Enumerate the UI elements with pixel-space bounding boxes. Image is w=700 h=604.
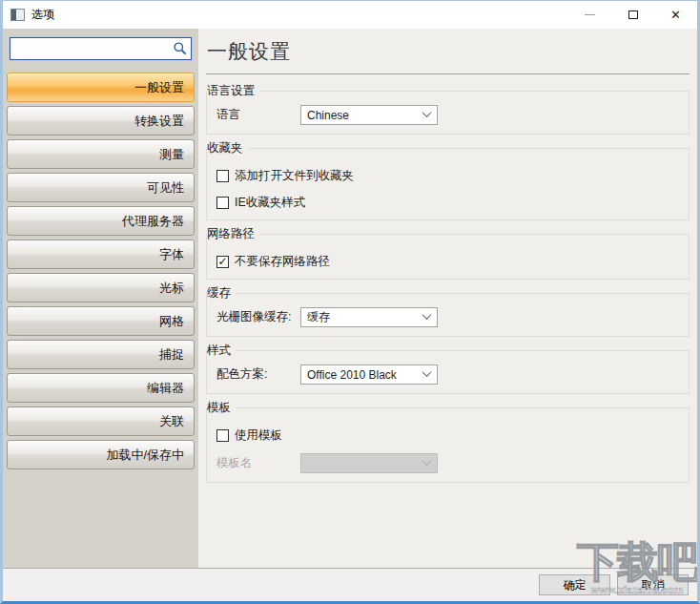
window-controls: ✕ — [568, 1, 697, 29]
group-language-settings: 语言设置 语言 Chinese — [206, 83, 690, 135]
search-box — [10, 37, 192, 60]
title-divider — [206, 73, 690, 74]
close-button[interactable]: ✕ — [654, 1, 697, 29]
footer-bar: 确定 取消 — [3, 568, 697, 601]
group-title: 语言设置 — [207, 83, 259, 99]
group-template: 模板 ✓ 使用模板 模板名 — [206, 400, 690, 483]
group-favorites: 收藏夹 ✓ 添加打开文件到收藏夹 ✓ IE收藏夹样式 — [206, 140, 690, 220]
group-network-path: 网络路径 ✓ 不要保存网络路径 — [206, 226, 690, 280]
sidebar-item-visibility[interactable]: 可见性 — [7, 173, 195, 202]
maximize-icon — [628, 10, 638, 19]
checkbox-label: IE收藏夹样式 — [235, 195, 305, 211]
language-row: 语言 Chinese — [216, 105, 679, 125]
group-title: 收藏夹 — [207, 140, 248, 156]
group-title: 网络路径 — [207, 226, 259, 242]
checkbox-label: 使用模板 — [235, 427, 282, 444]
options-dialog: 选项 ✕ 一般设置 转换设置 测量 可见性 代理服务器 — [0, 0, 700, 604]
minimize-button[interactable] — [568, 1, 611, 29]
color-scheme-select[interactable]: Office 2010 Black — [300, 364, 438, 385]
checkbox-box[interactable]: ✓ — [216, 256, 229, 268]
sidebar-item-general[interactable]: 一般设置 — [7, 73, 195, 102]
chevron-down-icon — [422, 456, 432, 466]
checkbox-row-no-save-network-path[interactable]: ✓ 不要保存网络路径 — [216, 254, 679, 270]
checkbox-label: 添加打开文件到收藏夹 — [235, 168, 354, 184]
checkbox-row-add-open-to-favorites[interactable]: ✓ 添加打开文件到收藏夹 — [216, 168, 679, 184]
window-title: 选项 — [31, 7, 54, 23]
sidebar-item-loading-saving[interactable]: 加载中/保存中 — [7, 440, 195, 469]
sidebar-item-font[interactable]: 字体 — [7, 240, 195, 269]
group-style: 样式 配色方案: Office 2010 Black — [206, 343, 690, 394]
close-icon: ✕ — [670, 9, 681, 21]
sidebar-item-conversion[interactable]: 转换设置 — [7, 106, 195, 135]
color-scheme-label: 配色方案: — [216, 366, 300, 383]
language-label: 语言 — [216, 107, 300, 123]
raster-cache-label: 光栅图像缓存: — [216, 309, 300, 325]
color-scheme-select-value: Office 2010 Black — [307, 368, 397, 382]
template-name-row: 模板名 — [216, 453, 679, 473]
group-cache: 缓存 光栅图像缓存: 缓存 — [206, 285, 690, 337]
checkbox-row-use-template[interactable]: ✓ 使用模板 — [216, 427, 679, 444]
group-title: 缓存 — [207, 285, 236, 302]
sidebar-item-proxy[interactable]: 代理服务器 — [7, 206, 195, 236]
check-icon: ✓ — [217, 256, 227, 267]
language-select[interactable]: Chinese — [300, 105, 438, 125]
content-panel: 一般设置 语言设置 语言 Chinese 收藏夹 ✓ 添加打开文件到收藏夹 — [198, 29, 697, 568]
sidebar: 一般设置 转换设置 测量 可见性 代理服务器 字体 光标 网格 捕捉 编辑器 关… — [3, 29, 198, 568]
maximize-button[interactable] — [611, 1, 654, 29]
sidebar-item-editor[interactable]: 编辑器 — [7, 373, 195, 403]
chevron-down-icon — [422, 367, 432, 377]
checkbox-box[interactable]: ✓ — [216, 197, 229, 209]
search-input[interactable] — [10, 38, 191, 59]
main-area: 一般设置 转换设置 测量 可见性 代理服务器 字体 光标 网格 捕捉 编辑器 关… — [3, 29, 697, 568]
checkbox-label: 不要保存网络路径 — [235, 254, 330, 270]
sidebar-item-measure[interactable]: 测量 — [7, 139, 195, 169]
template-name-label: 模板名 — [216, 455, 300, 471]
sidebar-item-grid[interactable]: 网格 — [7, 306, 195, 336]
raster-cache-select[interactable]: 缓存 — [300, 307, 438, 327]
color-scheme-row: 配色方案: Office 2010 Black — [216, 364, 679, 385]
language-select-value: Chinese — [307, 109, 349, 122]
minimize-icon — [585, 14, 595, 15]
ok-button[interactable]: 确定 — [539, 574, 610, 595]
group-title: 模板 — [207, 400, 236, 416]
raster-cache-row: 光栅图像缓存: 缓存 — [216, 307, 679, 327]
sidebar-item-association[interactable]: 关联 — [7, 406, 195, 436]
cancel-button[interactable]: 取消 — [617, 574, 689, 595]
search-icon[interactable] — [172, 40, 189, 57]
chevron-down-icon — [422, 310, 432, 320]
chevron-down-icon — [422, 108, 432, 117]
app-icon — [10, 9, 25, 21]
checkbox-box[interactable]: ✓ — [216, 429, 229, 442]
checkbox-row-ie-favorites-style[interactable]: ✓ IE收藏夹样式 — [216, 195, 679, 211]
checkbox-box[interactable]: ✓ — [216, 170, 229, 182]
group-title: 样式 — [207, 343, 236, 359]
sidebar-item-snap[interactable]: 捕捉 — [7, 340, 195, 369]
page-title: 一般设置 — [207, 38, 690, 65]
sidebar-item-cursor[interactable]: 光标 — [7, 273, 195, 302]
template-name-select — [300, 453, 438, 473]
raster-cache-select-value: 缓存 — [307, 309, 330, 325]
title-bar: 选项 ✕ — [3, 1, 697, 29]
